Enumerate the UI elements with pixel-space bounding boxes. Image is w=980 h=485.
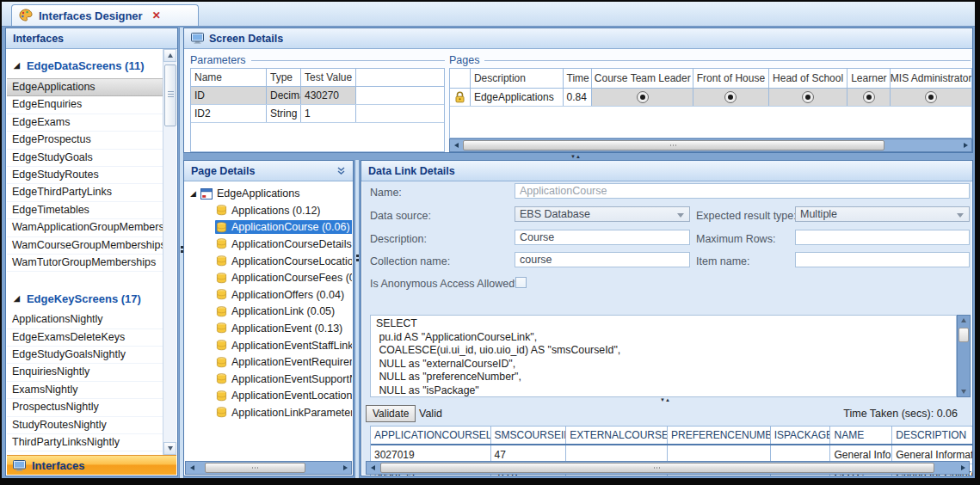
description-field[interactable]: Course [515, 230, 690, 245]
tree-node[interactable]: ApplicationEventLocationLi [185, 388, 352, 405]
radio-front-of-house[interactable] [693, 89, 769, 106]
col-test-value[interactable]: Test Value [301, 69, 356, 86]
anonymous-access-checkbox[interactable] [515, 277, 527, 288]
col-externalcourseid[interactable]: EXTERNALCOURSEID [566, 427, 668, 444]
data-link-horizontal-scrollbar[interactable] [366, 461, 970, 475]
group-header-edgedatascreens[interactable]: ◢ EdgeDataScreens (11) [7, 52, 163, 78]
tree-node-label[interactable]: ApplicationEventStaffLink (0 [231, 340, 352, 352]
close-icon[interactable]: ✕ [152, 9, 161, 21]
sidebar-list-item[interactable]: EdgeExams [7, 114, 163, 132]
sidebar-list-item[interactable]: EdgeEnquiries [7, 96, 163, 114]
radio-learner[interactable] [847, 89, 891, 106]
tree-node[interactable]: ApplicationLink (0.05) [185, 304, 352, 321]
col-type[interactable]: Type [267, 69, 301, 86]
tree-node-label[interactable]: Applications (0.12) [231, 205, 321, 217]
collapse-chevron-icon[interactable] [336, 166, 346, 175]
sidebar-list-item[interactable]: EdgeExamsDeleteKeys [7, 329, 163, 347]
data-source-select[interactable]: EBS Database [515, 206, 690, 222]
tree-node-label[interactable]: ApplicationLink (0.05) [231, 305, 335, 317]
tree-node[interactable]: ApplicationOffers (0.04) [185, 286, 352, 304]
radio-course-team-leader[interactable] [592, 89, 693, 106]
scroll-left-button[interactable] [450, 139, 462, 151]
scroll-down-button[interactable] [961, 390, 966, 394]
sidebar-footer-interfaces[interactable]: Interfaces [7, 455, 176, 475]
tree-root-edgeapplications[interactable]: ◢ EdgeApplications [185, 185, 352, 202]
col-name[interactable]: NAME [830, 427, 892, 444]
sidebar-list-item[interactable]: EnquiriesNightly [7, 364, 163, 381]
scroll-left-button[interactable] [186, 462, 198, 474]
tree-node-label[interactable]: ApplicationCourseDetails (0 [231, 238, 352, 250]
expander-icon[interactable]: ◢ [190, 189, 196, 198]
sidebar-list-item[interactable]: WamCourseGroupMemberships [7, 237, 163, 255]
col-ispackage[interactable]: ISPACKAGE [771, 427, 831, 444]
scroll-up-button[interactable] [163, 49, 176, 62]
col-applicationcourselink[interactable]: APPLICATIONCOURSELINK [371, 427, 491, 444]
sidebar-list-item[interactable]: EdgeTimetables [7, 202, 163, 219]
param-type-cell[interactable]: Decimal [267, 87, 301, 104]
panel-splitter-vertical[interactable] [354, 160, 360, 478]
col-front-of-house[interactable]: Front of House [693, 69, 769, 88]
scroll-right-button[interactable] [959, 139, 971, 151]
radio-mis-administrator[interactable] [891, 89, 971, 106]
col-mis-administrator[interactable]: MIS Administrator [891, 69, 971, 88]
tree-node[interactable]: ApplicationCourseDetails (0 [185, 236, 352, 253]
tree-node-label[interactable]: ApplicationCourse (0.06) [231, 221, 350, 233]
page-description-cell[interactable]: EdgeApplications [471, 89, 564, 106]
col-description[interactable]: Description [471, 69, 564, 88]
tree-node-label[interactable]: ApplicationEvent (0.13) [231, 322, 342, 335]
tree-root-label[interactable]: EdgeApplications [217, 187, 300, 200]
scroll-right-button[interactable] [957, 462, 969, 474]
scroll-thumb[interactable] [164, 64, 176, 126]
param-type-cell[interactable]: String [267, 105, 301, 122]
col-learner[interactable]: Learner [847, 69, 891, 88]
scroll-thumb[interactable] [380, 463, 934, 473]
group-header-edgekeyscreens[interactable]: ◢ EdgeKeyScreens (17) [7, 285, 163, 311]
pages-row-edgeapplications[interactable]: EdgeApplications 0.84 [450, 89, 971, 107]
param-test-value-cell[interactable]: 1 [301, 105, 356, 122]
sidebar-list-item[interactable]: EdgeThirdPartyLinks [7, 184, 163, 201]
sidebar-list-item[interactable]: WamApplicationGroupMembersh [7, 219, 163, 236]
radio-head-of-school[interactable] [769, 89, 848, 106]
expected-result-type-select[interactable]: Multiple [795, 206, 970, 222]
scroll-thumb[interactable] [958, 328, 969, 342]
tree-node[interactable]: ApplicationCourseLocation [185, 253, 352, 270]
col-preferencenumber[interactable]: PREFERENCENUMBER [668, 427, 771, 444]
maximum-rows-field[interactable] [795, 230, 970, 245]
sidebar-list-item[interactable]: EdgeStudyGoalsNightly [7, 347, 163, 364]
tree-node[interactable]: ApplicationLinkParameters [185, 404, 352, 421]
tree-node-label[interactable]: ApplicationCourseFees (0.0 [231, 272, 352, 284]
sidebar-list-item[interactable]: EdgeProspectus [7, 132, 163, 149]
collection-name-field[interactable]: course [515, 252, 690, 267]
sql-vertical-scrollbar[interactable] [957, 315, 971, 397]
horizontal-splitter-handle[interactable]: ▼▲ [565, 155, 586, 159]
col-head-of-school[interactable]: Head of School [769, 69, 848, 88]
page-details-horizontal-scrollbar[interactable] [185, 461, 352, 475]
tree-node-label[interactable]: ApplicationEventRequireme [231, 356, 352, 368]
tree-node-label[interactable]: ApplicationEventSupportNe [231, 373, 352, 385]
col-description[interactable]: DESCRIPTION [892, 427, 973, 444]
parameter-row[interactable]: ID Decimal 430270 [191, 87, 444, 105]
param-name-cell[interactable]: ID2 [191, 105, 267, 122]
sidebar-list-item[interactable]: EdgeApplications [7, 78, 163, 96]
expander-icon[interactable]: ◢ [14, 61, 20, 70]
scroll-down-button[interactable] [163, 442, 176, 455]
sidebar-list-item[interactable]: ExamsNightly [7, 382, 163, 399]
scroll-up-button[interactable] [961, 318, 966, 322]
param-name-cell[interactable]: ID [191, 87, 267, 104]
sql-splitter-handle[interactable]: ▼▲ [655, 398, 675, 402]
sidebar-list-item[interactable]: ThirdPartyLinksNightly [7, 434, 163, 451]
scroll-right-button[interactable] [339, 462, 351, 474]
sidebar-list-item[interactable]: StudyRoutesNightly [7, 417, 163, 434]
scroll-thumb[interactable] [463, 140, 884, 150]
sidebar-list-item[interactable]: EdgeStudyRoutes [7, 167, 163, 184]
expander-icon[interactable]: ◢ [14, 294, 20, 303]
name-field[interactable]: ApplicationCourse [515, 183, 970, 199]
tree-node[interactable]: ApplicationCourseFees (0.0 [185, 269, 352, 286]
sidebar-list-item[interactable]: WamTutorGroupMemberships [7, 255, 163, 272]
sidebar-scrollbar[interactable] [163, 49, 176, 455]
tab-interfaces-designer[interactable]: Interfaces Designer ✕ [11, 4, 199, 26]
item-name-field[interactable] [795, 252, 970, 267]
tree-node-label[interactable]: ApplicationLinkParameters [231, 407, 352, 419]
tree-node[interactable]: ApplicationEventSupportNe [185, 371, 352, 388]
tree-node[interactable]: ApplicationEvent (0.13) [185, 320, 352, 337]
